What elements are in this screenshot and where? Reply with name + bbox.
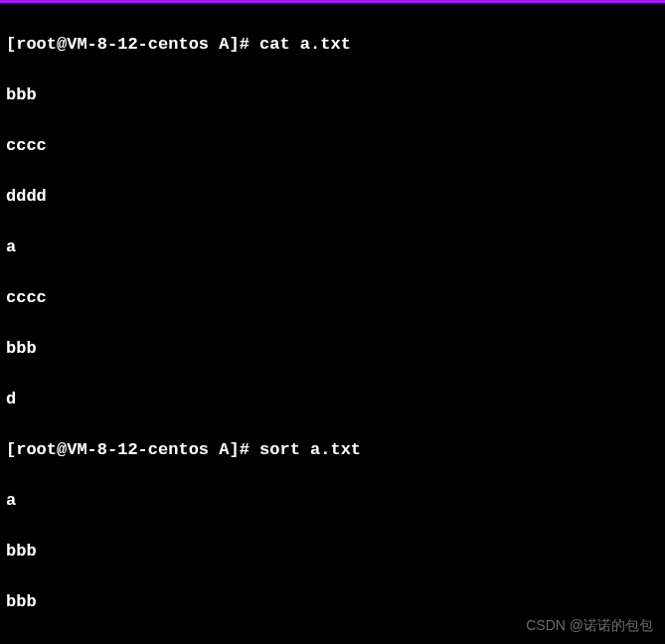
terminal-output[interactable]: [root@VM-8-12-centos A]# cat a.txt bbb c…: [6, 4, 659, 644]
output-line: bbb: [6, 589, 659, 615]
output-line: a: [6, 235, 659, 260]
command-text: sort a.txt: [259, 440, 361, 459]
output-line: d: [6, 387, 659, 412]
output-line: dddd: [6, 184, 659, 210]
prompt: [root@VM-8-12-centos A]#: [6, 35, 259, 54]
window-top-border: [0, 0, 665, 3]
output-line: bbb: [6, 336, 659, 362]
watermark-text: CSDN @诺诺的包包: [526, 615, 653, 636]
output-line: bbb: [6, 82, 659, 108]
prompt-line: [root@VM-8-12-centos A]# cat a.txt: [6, 32, 659, 58]
output-line: cccc: [6, 133, 659, 159]
command-text: cat a.txt: [259, 35, 351, 54]
prompt: [root@VM-8-12-centos A]#: [6, 440, 259, 459]
output-line: cccc: [6, 285, 659, 311]
prompt-line: [root@VM-8-12-centos A]# sort a.txt: [6, 437, 659, 463]
output-line: a: [6, 488, 659, 514]
output-line: cccc: [6, 640, 659, 645]
output-line: bbb: [6, 539, 659, 564]
